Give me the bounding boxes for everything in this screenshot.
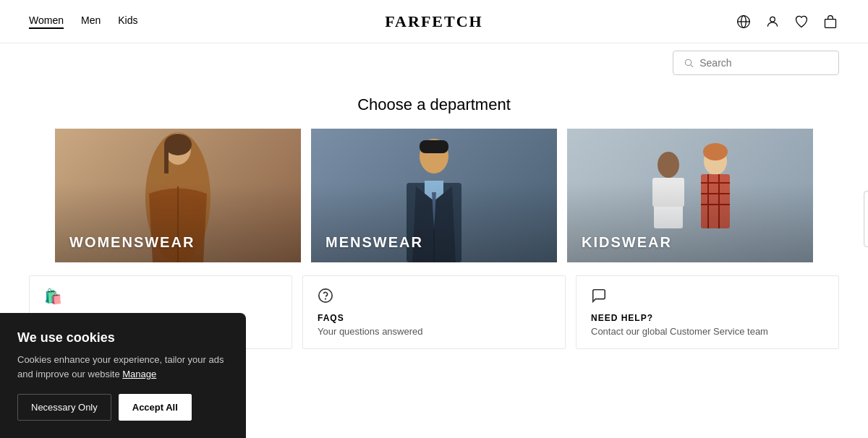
svg-point-5 [685, 59, 691, 65]
menswear-overlay: MENSWEAR [311, 129, 557, 262]
departments-grid: WOMENSWEAR [29, 129, 839, 262]
cookie-title: We use cookies [17, 330, 229, 345]
svg-point-28 [319, 289, 332, 302]
svg-rect-4 [825, 19, 836, 27]
help-icon [591, 288, 824, 307]
faqs-title: FAQS [318, 313, 550, 323]
cookie-manage-link[interactable]: Manage [122, 369, 156, 379]
faqs-icon [318, 288, 550, 307]
search-icon [684, 57, 694, 69]
cookie-desc: Cookies enhance your experience, tailor … [17, 353, 229, 381]
card0-icon: 🛍️ [44, 288, 277, 305]
section-title: Choose a department [29, 95, 839, 114]
svg-line-6 [691, 65, 693, 67]
main-content: Choose a department [0, 95, 868, 349]
womenswear-card[interactable]: WOMENSWEAR [55, 129, 301, 262]
logo[interactable]: FARFETCH [385, 12, 482, 31]
feedback-tab[interactable]: Feedback [864, 191, 868, 247]
header-icons [735, 13, 839, 30]
nav-kids[interactable]: Kids [118, 14, 137, 29]
main-nav: Women Men Kids [29, 14, 137, 29]
kidswear-label: KIDSWEAR [582, 234, 672, 251]
accept-all-button[interactable]: Accept All [119, 394, 192, 421]
bag-icon[interactable] [822, 13, 839, 30]
svg-point-3 [770, 17, 775, 22]
search-container [0, 43, 868, 75]
header: Women Men Kids FARFETCH [0, 0, 868, 43]
faqs-desc: Your questions answered [318, 326, 550, 337]
necessary-only-button[interactable]: Necessary Only [17, 394, 111, 421]
kidswear-overlay: KIDSWEAR [567, 129, 813, 262]
help-title: NEED HELP? [591, 313, 824, 323]
womenswear-label: WOMENSWEAR [69, 234, 195, 251]
search-input[interactable] [699, 57, 828, 69]
nav-women[interactable]: Women [29, 14, 64, 29]
menswear-label: MENSWEAR [326, 234, 423, 251]
womenswear-overlay: WOMENSWEAR [55, 129, 301, 262]
help-desc: Contact our global Customer Service team [591, 326, 824, 337]
nav-men[interactable]: Men [81, 14, 101, 29]
bottom-card-faqs[interactable]: FAQS Your questions answered [302, 275, 566, 349]
menswear-card[interactable]: MENSWEAR [311, 129, 557, 262]
kidswear-card[interactable]: KIDSWEAR [567, 129, 813, 262]
cookie-buttons: Necessary Only Accept All [17, 394, 229, 421]
user-icon[interactable] [764, 13, 781, 30]
globe-icon[interactable] [735, 13, 752, 30]
cookie-banner: We use cookies Cookies enhance your expe… [0, 313, 246, 438]
bottom-card-help[interactable]: NEED HELP? Contact our global Customer S… [576, 275, 839, 349]
search-bar[interactable] [673, 51, 839, 75]
wishlist-icon[interactable] [793, 13, 810, 30]
